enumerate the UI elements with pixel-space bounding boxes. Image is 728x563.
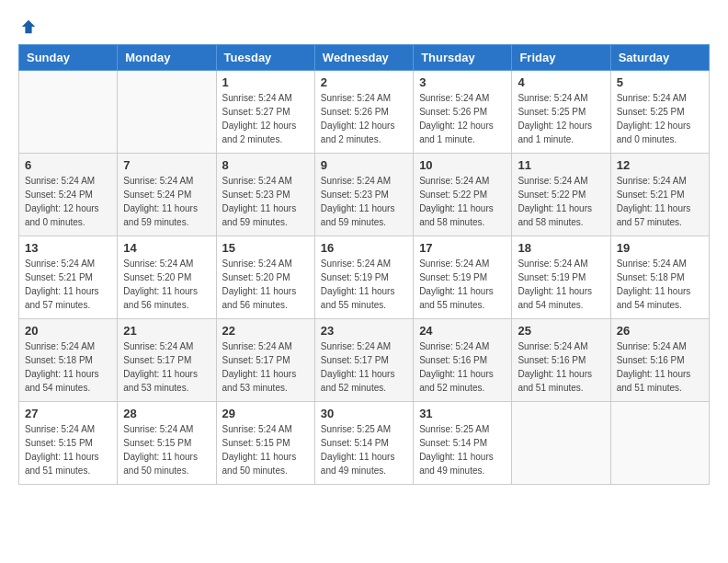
day-number: 23 [321, 324, 407, 338]
day-info: Sunrise: 5:24 AMSunset: 5:23 PMDaylight:… [222, 174, 309, 229]
calendar-cell: 13Sunrise: 5:24 AMSunset: 5:21 PMDayligh… [19, 236, 118, 319]
day-number: 2 [321, 75, 407, 89]
calendar-cell [118, 71, 216, 154]
day-number: 21 [123, 324, 210, 338]
calendar-cell: 28Sunrise: 5:24 AMSunset: 5:15 PMDayligh… [118, 402, 216, 485]
day-info: Sunrise: 5:24 AMSunset: 5:24 PMDaylight:… [25, 174, 111, 229]
day-info: Sunrise: 5:24 AMSunset: 5:24 PMDaylight:… [123, 174, 210, 229]
day-number: 14 [123, 241, 210, 255]
day-info: Sunrise: 5:24 AMSunset: 5:15 PMDaylight:… [222, 422, 309, 477]
day-info: Sunrise: 5:24 AMSunset: 5:25 PMDaylight:… [617, 91, 703, 146]
day-number: 29 [222, 407, 309, 420]
column-header-thursday: Thursday [414, 45, 512, 71]
day-info: Sunrise: 5:24 AMSunset: 5:17 PMDaylight:… [222, 339, 309, 395]
day-info: Sunrise: 5:24 AMSunset: 5:22 PMDaylight:… [419, 174, 506, 229]
day-info: Sunrise: 5:24 AMSunset: 5:16 PMDaylight:… [617, 339, 703, 395]
calendar-cell: 2Sunrise: 5:24 AMSunset: 5:26 PMDaylight… [314, 71, 413, 154]
column-header-wednesday: Wednesday [314, 45, 413, 71]
day-number: 24 [419, 324, 506, 338]
day-number: 10 [419, 158, 506, 172]
day-info: Sunrise: 5:24 AMSunset: 5:27 PMDaylight:… [222, 91, 309, 146]
day-number: 3 [419, 75, 506, 89]
day-number: 25 [518, 324, 604, 338]
day-number: 11 [518, 158, 604, 172]
calendar-cell: 31Sunrise: 5:25 AMSunset: 5:14 PMDayligh… [414, 402, 512, 485]
day-info: Sunrise: 5:24 AMSunset: 5:21 PMDaylight:… [617, 174, 703, 229]
day-number: 30 [321, 407, 407, 420]
day-number: 19 [617, 241, 703, 255]
calendar-cell: 24Sunrise: 5:24 AMSunset: 5:16 PMDayligh… [414, 319, 512, 402]
day-number: 15 [222, 241, 309, 255]
svg-marker-0 [22, 20, 35, 33]
calendar-cell [610, 402, 709, 485]
calendar-cell: 15Sunrise: 5:24 AMSunset: 5:20 PMDayligh… [216, 236, 314, 319]
page-header [18, 18, 710, 35]
calendar-cell: 3Sunrise: 5:24 AMSunset: 5:26 PMDaylight… [414, 71, 512, 154]
calendar-cell: 17Sunrise: 5:24 AMSunset: 5:19 PMDayligh… [414, 236, 512, 319]
day-number: 1 [222, 75, 309, 89]
day-number: 9 [321, 158, 407, 172]
day-info: Sunrise: 5:24 AMSunset: 5:25 PMDaylight:… [518, 91, 604, 146]
calendar-cell: 11Sunrise: 5:24 AMSunset: 5:22 PMDayligh… [512, 154, 610, 236]
day-number: 8 [222, 158, 309, 172]
calendar-cell: 22Sunrise: 5:24 AMSunset: 5:17 PMDayligh… [216, 319, 314, 402]
calendar-cell: 8Sunrise: 5:24 AMSunset: 5:23 PMDaylight… [216, 154, 314, 236]
day-info: Sunrise: 5:24 AMSunset: 5:23 PMDaylight:… [321, 174, 407, 229]
calendar-cell: 10Sunrise: 5:24 AMSunset: 5:22 PMDayligh… [414, 154, 512, 236]
day-info: Sunrise: 5:24 AMSunset: 5:17 PMDaylight:… [123, 339, 210, 395]
day-info: Sunrise: 5:24 AMSunset: 5:20 PMDaylight:… [222, 257, 309, 312]
calendar-cell [512, 402, 610, 485]
day-number: 18 [518, 241, 604, 255]
day-number: 5 [617, 75, 703, 89]
day-number: 27 [25, 407, 111, 420]
calendar-cell: 25Sunrise: 5:24 AMSunset: 5:16 PMDayligh… [512, 319, 610, 402]
column-header-tuesday: Tuesday [216, 45, 314, 71]
day-info: Sunrise: 5:24 AMSunset: 5:26 PMDaylight:… [419, 91, 506, 146]
day-info: Sunrise: 5:24 AMSunset: 5:21 PMDaylight:… [25, 257, 111, 312]
column-header-sunday: Sunday [19, 45, 118, 71]
day-info: Sunrise: 5:24 AMSunset: 5:17 PMDaylight:… [321, 339, 407, 395]
day-number: 4 [518, 75, 604, 89]
column-header-monday: Monday [118, 45, 216, 71]
day-info: Sunrise: 5:24 AMSunset: 5:15 PMDaylight:… [25, 422, 111, 477]
calendar-table: SundayMondayTuesdayWednesdayThursdayFrid… [18, 44, 710, 485]
column-header-friday: Friday [512, 45, 610, 71]
day-number: 12 [617, 158, 703, 172]
day-number: 31 [419, 407, 506, 420]
day-number: 7 [123, 158, 210, 172]
calendar-cell: 27Sunrise: 5:24 AMSunset: 5:15 PMDayligh… [19, 402, 118, 485]
calendar-cell [19, 71, 118, 154]
calendar-cell: 29Sunrise: 5:24 AMSunset: 5:15 PMDayligh… [216, 402, 314, 485]
calendar-cell: 9Sunrise: 5:24 AMSunset: 5:23 PMDaylight… [314, 154, 413, 236]
day-number: 28 [123, 407, 210, 420]
day-info: Sunrise: 5:24 AMSunset: 5:22 PMDaylight:… [518, 174, 604, 229]
calendar-cell: 6Sunrise: 5:24 AMSunset: 5:24 PMDaylight… [19, 154, 118, 236]
day-info: Sunrise: 5:24 AMSunset: 5:16 PMDaylight:… [518, 339, 604, 395]
day-info: Sunrise: 5:24 AMSunset: 5:19 PMDaylight:… [419, 257, 506, 312]
day-number: 16 [321, 241, 407, 255]
day-number: 20 [25, 324, 111, 338]
column-header-saturday: Saturday [610, 45, 709, 71]
logo-icon [20, 18, 37, 35]
day-info: Sunrise: 5:24 AMSunset: 5:19 PMDaylight:… [518, 257, 604, 312]
calendar-cell: 19Sunrise: 5:24 AMSunset: 5:18 PMDayligh… [610, 236, 709, 319]
calendar-cell: 26Sunrise: 5:24 AMSunset: 5:16 PMDayligh… [610, 319, 709, 402]
day-info: Sunrise: 5:24 AMSunset: 5:18 PMDaylight:… [617, 257, 703, 312]
calendar-cell: 1Sunrise: 5:24 AMSunset: 5:27 PMDaylight… [216, 71, 314, 154]
day-info: Sunrise: 5:24 AMSunset: 5:20 PMDaylight:… [123, 257, 210, 312]
day-number: 26 [617, 324, 703, 338]
day-info: Sunrise: 5:24 AMSunset: 5:19 PMDaylight:… [321, 257, 407, 312]
calendar-cell: 5Sunrise: 5:24 AMSunset: 5:25 PMDaylight… [610, 71, 709, 154]
calendar-cell: 20Sunrise: 5:24 AMSunset: 5:18 PMDayligh… [19, 319, 118, 402]
day-info: Sunrise: 5:25 AMSunset: 5:14 PMDaylight:… [321, 422, 407, 477]
day-number: 6 [25, 158, 111, 172]
logo [18, 18, 37, 35]
day-info: Sunrise: 5:24 AMSunset: 5:16 PMDaylight:… [419, 339, 506, 395]
day-info: Sunrise: 5:24 AMSunset: 5:18 PMDaylight:… [25, 339, 111, 395]
calendar-cell: 14Sunrise: 5:24 AMSunset: 5:20 PMDayligh… [118, 236, 216, 319]
calendar-cell: 30Sunrise: 5:25 AMSunset: 5:14 PMDayligh… [314, 402, 413, 485]
calendar-cell: 18Sunrise: 5:24 AMSunset: 5:19 PMDayligh… [512, 236, 610, 319]
day-info: Sunrise: 5:24 AMSunset: 5:26 PMDaylight:… [321, 91, 407, 146]
calendar-cell: 23Sunrise: 5:24 AMSunset: 5:17 PMDayligh… [314, 319, 413, 402]
calendar-cell: 16Sunrise: 5:24 AMSunset: 5:19 PMDayligh… [314, 236, 413, 319]
